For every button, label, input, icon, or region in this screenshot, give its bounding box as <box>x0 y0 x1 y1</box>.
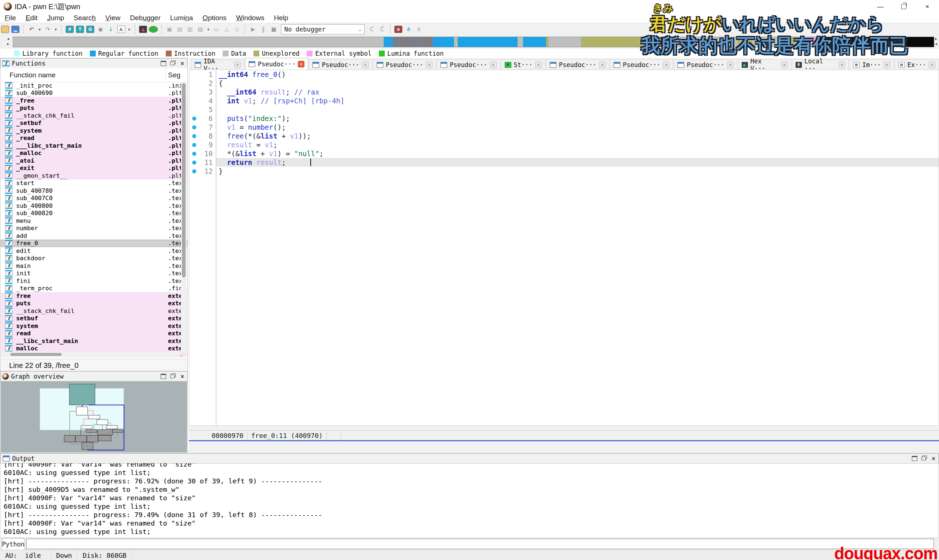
code-line-9[interactable]: 9 result = v1; <box>189 140 939 149</box>
navband-segment[interactable] <box>802 37 818 47</box>
tab-close-icon[interactable]: × <box>362 62 369 68</box>
code-line-5[interactable]: 5 <box>189 105 939 114</box>
interpreter-selector-button[interactable]: Python <box>2 538 25 550</box>
stop-process-icon[interactable]: ■ <box>269 25 278 34</box>
navband-segment[interactable] <box>791 37 802 47</box>
column-function-name[interactable]: Function name <box>9 71 56 79</box>
function-row-_init_proc[interactable]: f_init_proc.init <box>1 82 187 89</box>
graph-overview-title-bar[interactable]: Graph overview × <box>0 371 187 382</box>
function-row-__stack_chk_fail[interactable]: f__stack_chk_fail.plt <box>1 112 187 120</box>
debug-tool-icon-7[interactable]: ◇ <box>233 25 241 34</box>
function-row-sub_400800[interactable]: fsub_400800.text <box>1 202 187 210</box>
navband-segment[interactable] <box>384 37 393 47</box>
function-row-_exit[interactable]: f_exit.plt <box>1 165 187 172</box>
code-line-3[interactable]: 3 __int64 result; // rax <box>189 88 939 96</box>
menu-debugger[interactable]: Debugger <box>125 13 165 23</box>
panel-close-button[interactable]: × <box>177 372 187 380</box>
tab-close-icon[interactable]: × <box>663 62 669 68</box>
code-line-4[interactable]: 4 int v1; // [rsp+Ch] [rbp-4h] <box>189 96 939 105</box>
debug-tool-icon-6[interactable]: △ <box>222 25 231 34</box>
function-row-_free[interactable]: f_free.plt <box>1 97 187 105</box>
lumina-push-icon[interactable]: ⋔ <box>415 25 423 34</box>
function-row-init[interactable]: finit.text <box>1 270 187 277</box>
code-line-2[interactable]: 2{ <box>189 79 939 88</box>
functions-list[interactable]: f_init_proc.initfsub_400690.pltf_free.pl… <box>1 82 187 357</box>
menu-lumina[interactable]: Lumina <box>165 13 198 23</box>
functions-header[interactable]: Function name Seg <box>1 68 187 82</box>
panel-float-button[interactable] <box>919 454 929 463</box>
function-row-_setbuf[interactable]: f_setbuf.plt <box>1 120 187 127</box>
open-file-icon[interactable] <box>1 25 9 34</box>
tab-close-icon[interactable]: × <box>727 62 734 68</box>
tab-close-icon[interactable]: × <box>599 62 606 68</box>
pause-process-icon[interactable]: ‖ <box>259 25 268 34</box>
tab-pseudoc-2[interactable]: Pseudoc···× <box>309 59 372 70</box>
tab-pseudoc-8[interactable]: Pseudoc···× <box>674 59 737 70</box>
pseudocode-view[interactable]: 1__int64 free_0()2{3 __int64 result; // … <box>189 70 939 426</box>
tab-pseudoc-1[interactable]: Pseudoc···× <box>245 58 308 70</box>
function-row-sub_4007C0[interactable]: fsub_4007C0.text <box>1 195 187 202</box>
function-row-_read[interactable]: f_read.plt <box>1 134 187 142</box>
lumina-icon[interactable] <box>149 25 158 34</box>
function-row-main[interactable]: fmain.text <box>1 262 187 270</box>
function-row-sub_400780[interactable]: fsub_400780.text <box>1 187 187 195</box>
code-line-6[interactable]: 6 puts("index:"); <box>189 114 939 123</box>
function-row-_system[interactable]: f_system.plt <box>1 127 187 134</box>
function-row-edit[interactable]: fedit.text <box>1 247 187 255</box>
function-row-sub_400820[interactable]: fsub_400820.text <box>1 210 187 217</box>
tab-close-icon[interactable]: × <box>234 62 241 68</box>
tab-local-10[interactable]: 0Local ···× <box>792 59 849 70</box>
functions-vscrollbar[interactable] <box>181 82 187 353</box>
navband-right-arrows-icon[interactable]: ▸◂ <box>934 36 938 47</box>
function-row-_puts[interactable]: f_puts.plt <box>1 105 187 112</box>
navband-segment[interactable] <box>546 37 549 47</box>
navigation-band[interactable]: ↓ <box>13 37 934 47</box>
panel-maximize-button[interactable] <box>159 372 168 380</box>
function-row-_malloc[interactable]: f_malloc.plt <box>1 149 187 157</box>
text-view-icon[interactable]: T <box>76 25 84 34</box>
tab-pseudoc-4[interactable]: Pseudoc···× <box>437 59 500 70</box>
debug-tool-icon-5[interactable]: ▭ <box>212 25 221 34</box>
menu-options[interactable]: Options <box>198 13 231 23</box>
navband-segment[interactable] <box>518 37 523 47</box>
navband-segment[interactable] <box>662 37 738 47</box>
produce-c-icon[interactable]: C <box>367 25 376 34</box>
navband-segment[interactable] <box>13 37 384 47</box>
tab-close-icon[interactable]: × <box>490 62 496 68</box>
function-row-backdoor[interactable]: fbackdoor.text <box>1 255 187 262</box>
function-row-menu[interactable]: fmenu.text <box>1 217 187 225</box>
navband-segment[interactable] <box>523 37 546 47</box>
tab-im-11[interactable]: ▤Im···× <box>850 59 894 70</box>
function-row-fini[interactable]: ffini.text <box>1 277 187 285</box>
navband-segment[interactable] <box>738 37 752 47</box>
tab-st-5[interactable]: #St···× <box>501 59 546 70</box>
command-input[interactable] <box>26 539 934 549</box>
panel-close-button[interactable]: × <box>177 59 187 68</box>
restore-button[interactable] <box>892 0 916 13</box>
menu-edit[interactable]: Edit <box>21 13 43 23</box>
function-row-_atoi[interactable]: f_atoi.plt <box>1 157 187 165</box>
navband-segment[interactable] <box>752 37 791 47</box>
forward-icon[interactable]: ↷ <box>43 25 52 34</box>
column-segment[interactable]: Seg <box>168 71 180 79</box>
minimize-button[interactable]: — <box>868 0 892 13</box>
lumina-pull-icon[interactable]: ⋔ <box>404 25 413 34</box>
back-dropdown-icon[interactable]: ▾ <box>37 25 42 34</box>
panel-float-button[interactable] <box>168 372 177 380</box>
navband-segment[interactable] <box>818 37 934 47</box>
functions-hscrollbar[interactable] <box>1 351 181 357</box>
function-row-___libc_start_main[interactable]: f___libc_start_main.plt <box>1 142 187 149</box>
output-title-bar[interactable]: Output × <box>0 453 939 464</box>
panel-close-button[interactable]: × <box>929 454 938 463</box>
segments-icon[interactable]: ▲ <box>139 25 148 34</box>
tab-pseudoc-3[interactable]: Pseudoc···× <box>373 59 436 70</box>
navband-segment[interactable] <box>458 37 518 47</box>
tab-close-icon[interactable]: × <box>929 62 935 68</box>
names-dropdown-icon[interactable]: ▾ <box>127 25 131 34</box>
debug-tool-icon-4[interactable]: ▧ <box>196 25 205 34</box>
back-icon[interactable]: ↶ <box>27 25 36 34</box>
panel-maximize-button[interactable] <box>910 454 919 463</box>
tab-close-icon[interactable]: × <box>781 62 788 68</box>
code-line-12[interactable]: 12} <box>189 167 939 175</box>
functions-title-bar[interactable]: f Functions × <box>0 58 187 69</box>
